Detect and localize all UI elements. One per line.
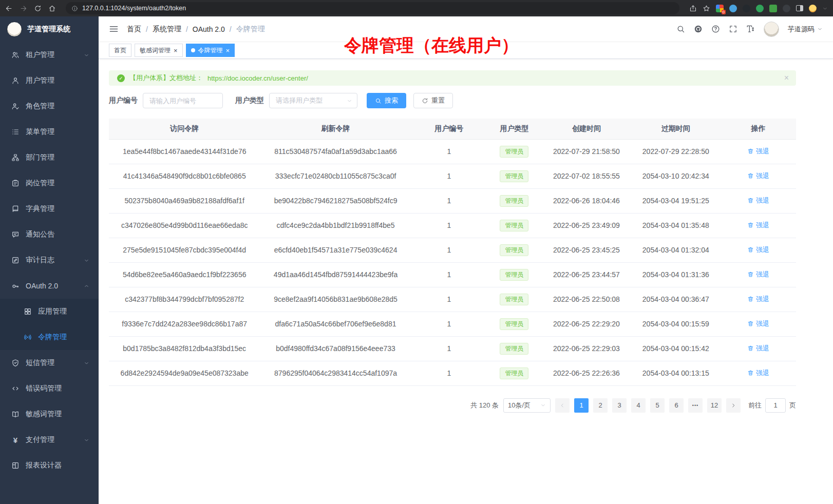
sidebar-item-label: 用户管理 — [26, 76, 89, 85]
tab-sensitive-word[interactable]: 敏感词管理 × — [135, 44, 183, 57]
force-logout-label: 强退 — [756, 344, 769, 353]
breadcrumb-item-oauth2[interactable]: OAuth 2.0 — [193, 25, 225, 33]
sidebar-item-tenant[interactable]: 租户管理 — [0, 42, 99, 68]
search-form: 用户编号 用户类型 请选择用户类型 搜索 重置 — [109, 93, 796, 108]
extension-badge: 0 — [722, 10, 726, 14]
prev-page-button[interactable] — [555, 398, 570, 413]
user-type-select[interactable]: 请选择用户类型 — [269, 93, 357, 108]
user-menu[interactable]: 芋道源码 — [788, 25, 823, 34]
reload-icon[interactable] — [34, 5, 42, 12]
force-logout-button[interactable]: 强退 — [747, 147, 769, 156]
force-logout-button[interactable]: 强退 — [747, 196, 769, 205]
page-button-1[interactable]: 1 — [574, 398, 589, 413]
force-logout-button[interactable]: 强退 — [747, 369, 769, 378]
forward-icon[interactable] — [20, 5, 27, 12]
users-icon — [11, 51, 20, 59]
close-icon[interactable]: × — [226, 47, 230, 54]
search-icon[interactable] — [676, 25, 685, 33]
page-button-2[interactable]: 2 — [593, 398, 608, 413]
more-pages-button[interactable]: ••• — [688, 398, 703, 413]
create-time-cell: 2022-06-25 22:50:08 — [542, 287, 631, 312]
side-panel-icon[interactable] — [796, 5, 803, 11]
page-button-6[interactable]: 6 — [669, 398, 684, 413]
page-button-3[interactable]: 3 — [612, 398, 627, 413]
extension-dark-icon[interactable] — [743, 5, 750, 12]
browser-profile-icon[interactable] — [809, 5, 817, 12]
table-row: c347026e805e4d99b0d116eae66eda8c cdfc4ce… — [109, 213, 796, 238]
yen-icon: ¥ — [11, 436, 20, 444]
goto-page-input[interactable] — [765, 398, 786, 413]
page-size-select[interactable]: 10条/页 — [503, 398, 551, 413]
chevron-down-icon — [540, 402, 546, 408]
app-shell: 芋道管理系统 租户管理 用户管理 角色管理 菜单管理 部门管理 — [0, 16, 833, 504]
breadcrumb-item-system[interactable]: 系统管理 — [153, 25, 181, 34]
user-type-tag: 管理员 — [500, 195, 528, 207]
force-logout-button[interactable]: 强退 — [747, 245, 769, 255]
tab-home[interactable]: 首页 — [109, 44, 131, 57]
font-size-icon[interactable] — [746, 25, 755, 33]
sidebar-item-user[interactable]: 用户管理 — [0, 68, 99, 93]
sidebar-item-role[interactable]: 角色管理 — [0, 93, 99, 119]
force-logout-button[interactable]: 强退 — [747, 295, 769, 304]
extension-paw-icon[interactable] — [783, 5, 790, 12]
address-bar[interactable]: 127.0.0.1:1024/system/oauth2/token — [66, 2, 679, 14]
fullscreen-icon[interactable] — [729, 25, 737, 33]
tab-token[interactable]: 令牌管理 × — [186, 44, 235, 57]
sidebar-item-error-code[interactable]: 错误码管理 — [0, 376, 99, 401]
page-button-5[interactable]: 5 — [650, 398, 665, 413]
active-dot — [191, 48, 195, 52]
force-logout-button[interactable]: 强退 — [747, 270, 769, 279]
extension-green-icon[interactable] — [756, 5, 764, 12]
extension-puzzle-icon[interactable] — [769, 5, 777, 12]
expire-time-cell: 2054-03-04 00:13:15 — [631, 361, 721, 385]
doc-link[interactable]: https://doc.iocoder.cn/user-center/ — [207, 74, 308, 82]
sidebar-item-dict[interactable]: 字典管理 — [0, 196, 99, 222]
site-info-icon[interactable] — [71, 5, 78, 12]
avatar[interactable] — [764, 22, 779, 37]
collapse-sidebar-icon[interactable] — [109, 24, 119, 34]
home-icon[interactable] — [48, 5, 56, 12]
sidebar-item-oauth2[interactable]: OAuth 2.0 — [0, 273, 99, 299]
sidebar-item-payment[interactable]: ¥ 支付管理 — [0, 427, 99, 453]
sidebar-item-notice[interactable]: 通知公告 — [0, 222, 99, 247]
force-logout-label: 强退 — [756, 245, 769, 255]
user-type-tag: 管理员 — [500, 244, 528, 256]
sidebar-item-sensitive-word[interactable]: 敏感词管理 — [0, 401, 99, 427]
shield-icon — [11, 359, 20, 367]
search-button[interactable]: 搜索 — [367, 93, 406, 108]
sidebar-item-report-designer[interactable]: 报表设计器 — [0, 453, 99, 478]
help-icon[interactable] — [711, 25, 720, 33]
breadcrumb-item-home[interactable]: 首页 — [127, 25, 141, 34]
sidebar-item-post[interactable]: 岗位管理 — [0, 170, 99, 196]
chevron-left-icon — [559, 402, 565, 409]
page-button-last[interactable]: 12 — [707, 398, 722, 413]
github-icon[interactable] — [694, 25, 703, 33]
force-logout-button[interactable]: 强退 — [747, 221, 769, 230]
bookmark-star-icon[interactable] — [703, 5, 710, 12]
sidebar-item-audit-log[interactable]: 审计日志 — [0, 247, 99, 273]
table-row: 41c41346a548490f9dc8b01c6bfe0865 333ecfc… — [109, 164, 796, 188]
extension-drop-icon[interactable] — [729, 5, 737, 12]
sidebar-item-oauth2-client[interactable]: 应用管理 — [0, 299, 99, 324]
force-logout-button[interactable]: 强退 — [747, 171, 769, 181]
share-icon[interactable] — [689, 5, 697, 12]
user-id-input[interactable] — [143, 93, 223, 108]
next-page-button[interactable] — [726, 398, 741, 413]
reset-button[interactable]: 重置 — [413, 93, 453, 108]
sidebar-item-sms[interactable]: 短信管理 — [0, 350, 99, 376]
force-logout-label: 强退 — [756, 147, 769, 156]
sidebar-item-dept[interactable]: 部门管理 — [0, 145, 99, 170]
extension-grid-icon[interactable]: 0 — [716, 5, 724, 12]
sidebar-item-menu[interactable]: 菜单管理 — [0, 119, 99, 145]
close-icon[interactable]: × — [174, 47, 178, 54]
force-logout-button[interactable]: 强退 — [747, 319, 769, 328]
token-table: 访问令牌 刷新令牌 用户编号 用户类型 创建时间 过期时间 操作 1ea5e44… — [109, 119, 796, 386]
page-button-4[interactable]: 4 — [631, 398, 646, 413]
breadcrumb-separator: / — [186, 25, 188, 33]
col-actions: 操作 — [721, 119, 796, 139]
sidebar-item-oauth2-token[interactable]: 令牌管理 — [0, 324, 99, 350]
alert-close-icon[interactable]: × — [784, 73, 789, 83]
profile-caret-icon[interactable] — [822, 6, 828, 11]
back-icon[interactable] — [5, 5, 13, 12]
force-logout-button[interactable]: 强退 — [747, 344, 769, 353]
